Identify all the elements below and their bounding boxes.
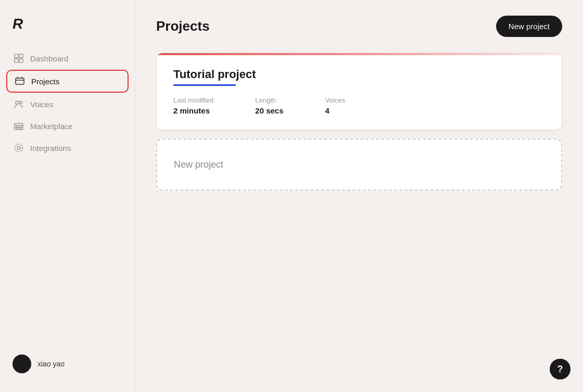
new-project-card[interactable]: New project bbox=[156, 138, 562, 191]
sidebar-item-integrations[interactable]: Integrations bbox=[6, 137, 129, 158]
svg-point-16 bbox=[17, 146, 20, 149]
sidebar-item-label-dashboard: Dashboard bbox=[30, 54, 68, 63]
meta-voices: Voices 4 bbox=[325, 96, 345, 115]
app-logo: R bbox=[12, 16, 22, 32]
meta-last-modified: Last modified 2 minutes bbox=[173, 96, 213, 115]
sidebar-item-label-marketplace: Marketplace bbox=[30, 122, 73, 131]
svg-rect-4 bbox=[16, 78, 24, 84]
voices-value: 4 bbox=[325, 106, 345, 115]
last-modified-value: 2 minutes bbox=[173, 106, 213, 115]
main-header: Projects New project bbox=[156, 16, 562, 37]
svg-point-9 bbox=[20, 102, 22, 104]
user-area: xiao yao bbox=[0, 346, 135, 382]
length-label: Length bbox=[255, 96, 283, 104]
project-meta: Last modified 2 minutes Length 20 secs V… bbox=[173, 96, 545, 115]
marketplace-icon bbox=[14, 121, 24, 131]
svg-point-8 bbox=[16, 101, 19, 104]
svg-rect-1 bbox=[19, 54, 23, 58]
meta-length: Length 20 secs bbox=[255, 96, 283, 115]
svg-rect-2 bbox=[15, 59, 18, 62]
svg-rect-0 bbox=[15, 54, 18, 58]
sidebar-item-marketplace[interactable]: Marketplace bbox=[6, 116, 129, 136]
help-button[interactable]: ? bbox=[550, 359, 571, 380]
new-project-card-label: New project bbox=[174, 159, 223, 170]
integrations-icon bbox=[14, 143, 24, 153]
sidebar-item-label-voices: Voices bbox=[30, 100, 53, 109]
sidebar-item-label-projects: Projects bbox=[31, 77, 59, 86]
user-name: xiao yao bbox=[37, 360, 65, 368]
project-underline bbox=[173, 84, 236, 86]
avatar bbox=[12, 355, 31, 373]
projects-icon bbox=[15, 76, 25, 86]
sidebar-item-voices[interactable]: Voices bbox=[6, 94, 129, 115]
sidebar-item-projects[interactable]: Projects bbox=[6, 70, 129, 93]
new-project-button[interactable]: New project bbox=[496, 16, 562, 37]
project-name: Tutorial project bbox=[173, 68, 545, 81]
logo-area: R bbox=[0, 10, 135, 48]
sidebar-item-dashboard[interactable]: Dashboard bbox=[6, 48, 129, 69]
voices-label: Voices bbox=[325, 96, 345, 104]
svg-point-17 bbox=[15, 144, 23, 152]
sidebar-nav: Dashboard Projects bbox=[0, 48, 135, 346]
voices-icon bbox=[14, 99, 24, 109]
card-accent bbox=[157, 53, 562, 55]
svg-rect-3 bbox=[19, 59, 23, 62]
project-card-tutorial[interactable]: Tutorial project Last modified 2 minutes… bbox=[156, 53, 562, 130]
main-content: Projects New project Tutorial project La… bbox=[135, 0, 583, 392]
sidebar: R Dashboard bbox=[0, 0, 135, 392]
dashboard-icon bbox=[14, 53, 24, 64]
page-title: Projects bbox=[156, 18, 210, 34]
sidebar-item-label-integrations: Integrations bbox=[30, 144, 71, 153]
length-value: 20 secs bbox=[255, 106, 283, 115]
last-modified-label: Last modified bbox=[173, 96, 213, 104]
